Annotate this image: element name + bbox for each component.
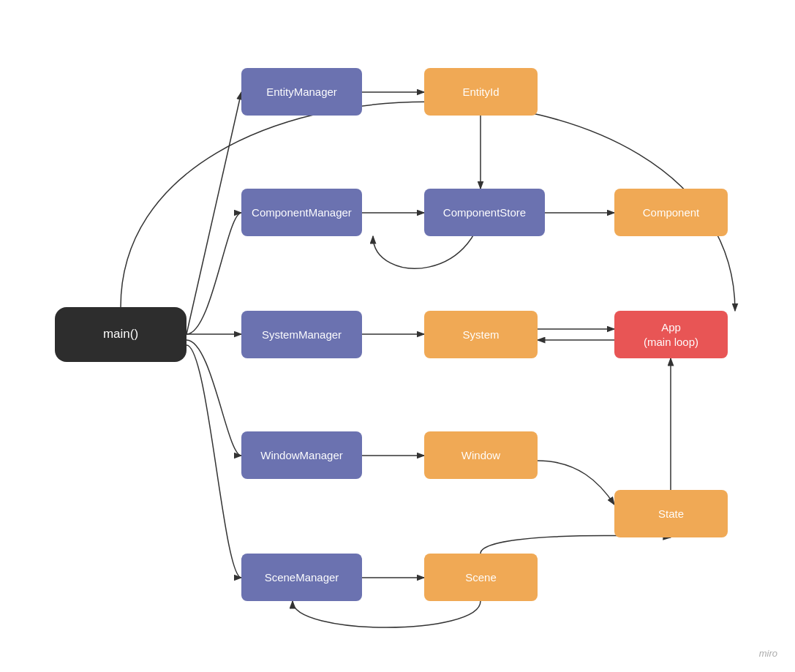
scene-manager-node: SceneManager xyxy=(241,554,362,601)
system-manager-node: SystemManager xyxy=(241,311,362,358)
state-node: State xyxy=(614,490,728,537)
main-node: main() xyxy=(55,307,186,362)
diagram-container: main() EntityManager EntityId ComponentM… xyxy=(0,0,795,672)
component-node: Component xyxy=(614,189,728,236)
app-node: App (main loop) xyxy=(614,311,728,358)
scene-node: Scene xyxy=(424,554,538,601)
window-manager-node: WindowManager xyxy=(241,431,362,479)
entity-manager-node: EntityManager xyxy=(241,68,362,116)
system-node: System xyxy=(424,311,538,358)
entity-id-node: EntityId xyxy=(424,68,538,116)
component-store-node: ComponentStore xyxy=(424,189,545,236)
watermark: miro xyxy=(759,648,777,659)
component-manager-node: ComponentManager xyxy=(241,189,362,236)
window-node: Window xyxy=(424,431,538,479)
